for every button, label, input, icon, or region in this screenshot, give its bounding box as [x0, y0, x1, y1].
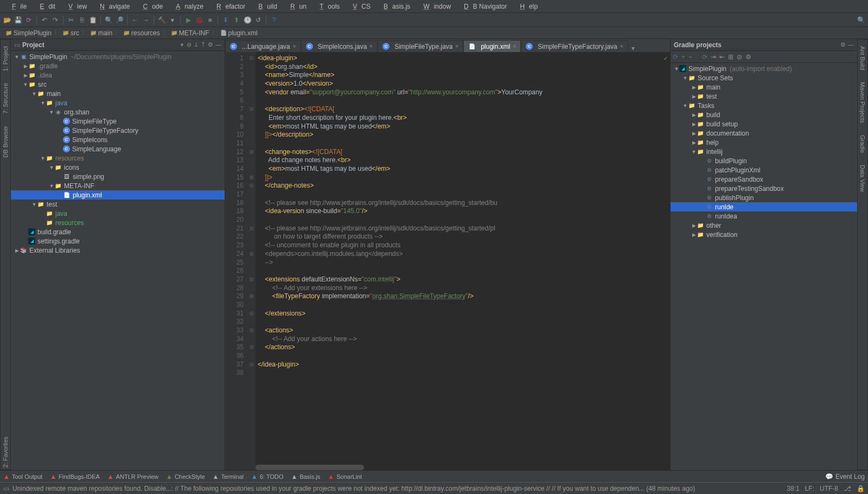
project-tree[interactable]: ▼▣SimplePlugin~/Documents/plugins/Simple…: [11, 51, 225, 470]
tree-item-settings-gradle[interactable]: ◢settings.gradle: [11, 236, 225, 246]
refresh-icon[interactable]: ⟳: [673, 53, 678, 61]
inspection-indicator-icon[interactable]: ✓: [663, 54, 668, 63]
code-editor[interactable]: 1234567891011121314151617181920212223242…: [225, 52, 670, 470]
tool-tool-output[interactable]: ▲Tool Output: [3, 473, 42, 480]
tool-antlr-preview[interactable]: ▲ANTLR Preview: [107, 473, 158, 480]
tree-item-simplelanguage[interactable]: CSimpleLanguage: [11, 144, 225, 153]
gradle-item-buildplugin[interactable]: ⚙buildPlugin: [671, 156, 857, 165]
lock-icon[interactable]: 🔒: [857, 485, 865, 492]
settings-icon[interactable]: ⚙: [840, 41, 846, 48]
menu-db-navigator[interactable]: DB Navigator: [455, 2, 511, 11]
hide-icon[interactable]: —: [848, 41, 854, 48]
structure-tool[interactable]: 7: Structure: [2, 81, 9, 116]
tool-sonarlint[interactable]: ▲SonarLint: [328, 473, 362, 480]
vcs-commit-icon[interactable]: ⬆: [232, 15, 241, 25]
gradle-item-preparesandbox[interactable]: ⚙prepareSandbox: [671, 175, 857, 184]
vcs-history-icon[interactable]: 🕐: [242, 15, 252, 25]
tree-item-org-shan[interactable]: ▼◉org.shan: [11, 107, 225, 117]
tab-simpleicons-java[interactable]: CSimpleIcons.java×: [301, 40, 378, 52]
tree-item-test[interactable]: ▼📁test: [11, 200, 225, 209]
data-view-tool[interactable]: Data View: [859, 163, 866, 194]
menu-build[interactable]: Build: [250, 2, 282, 11]
db-browser-tool[interactable]: DB Browser: [2, 124, 9, 160]
gradle-item-verification[interactable]: ▶📁verification: [671, 230, 857, 239]
run-config-icon[interactable]: ▾: [168, 15, 177, 25]
redo-icon[interactable]: ↷: [50, 15, 60, 25]
menu-refactor[interactable]: Refactor: [208, 2, 250, 11]
close-icon[interactable]: ×: [456, 43, 459, 49]
cut-icon[interactable]: ✂: [66, 15, 76, 25]
breadcrumb-resources[interactable]: 📁resources: [123, 29, 160, 37]
gradle-item-runide[interactable]: ⚙runIde: [671, 202, 857, 211]
tool-basis-js[interactable]: ▲Basis.js: [291, 473, 321, 480]
breadcrumb-main[interactable]: 📁main: [90, 29, 112, 37]
tree-item-icons[interactable]: ▼📁icons: [11, 163, 225, 172]
file-encoding[interactable]: UTF-8: [820, 485, 838, 492]
scroll-from-icon[interactable]: ⤒: [201, 41, 206, 48]
gradle-tool[interactable]: Gradle: [859, 133, 866, 155]
status-message[interactable]: Unindexed remote maven repositories foun…: [12, 485, 787, 492]
search-everywhere-icon[interactable]: 🔍: [856, 15, 866, 25]
close-icon[interactable]: ×: [293, 43, 296, 49]
menu-run[interactable]: Run: [282, 2, 311, 11]
favorites-tool[interactable]: 2: Favorites: [2, 434, 9, 470]
hide-icon[interactable]: —: [215, 41, 221, 48]
close-icon[interactable]: ×: [513, 43, 516, 49]
tree-item-simpleplugin[interactable]: ▼▣SimplePlugin~/Documents/plugins/Simple…: [11, 52, 225, 61]
show-deps-icon[interactable]: ⊞: [728, 53, 733, 61]
remove-icon[interactable]: −: [688, 53, 692, 61]
tree-item-src[interactable]: ▼📁src: [11, 80, 225, 89]
menu-vcs[interactable]: VCS: [344, 2, 375, 11]
breadcrumb-src[interactable]: 📁src: [62, 29, 79, 37]
menu-navigate[interactable]: Navigate: [91, 2, 134, 11]
tree-item-java[interactable]: ▼📁java: [11, 98, 225, 107]
offline-icon[interactable]: ⊘: [737, 53, 742, 61]
gradle-item-runidea[interactable]: ⚙runIdea: [671, 211, 857, 221]
tab--language-java[interactable]: C...Language.java×: [225, 40, 301, 52]
gradle-tree[interactable]: ▼◢SimplePlugin(auto-import enabled)▼📁Sou…: [671, 63, 857, 470]
run-icon[interactable]: ▶: [183, 15, 193, 25]
event-log[interactable]: 💬Event Log: [825, 473, 865, 480]
gradle-item-help[interactable]: ▶📁help: [671, 138, 857, 147]
scroll-to-icon[interactable]: ⤓: [194, 41, 199, 48]
ant-build-tool[interactable]: Ant Build: [859, 44, 866, 72]
dropdown-icon[interactable]: ▼: [180, 42, 184, 48]
replace-icon[interactable]: 🔎: [114, 15, 124, 25]
line-separator[interactable]: LF:: [805, 485, 814, 492]
copy-icon[interactable]: ⎘: [77, 15, 87, 25]
tool-6-todo[interactable]: ▲6: TODO: [251, 473, 284, 480]
menu-file[interactable]: File: [3, 2, 31, 11]
menu-edit[interactable]: Edit: [31, 2, 60, 11]
undo-icon[interactable]: ↶: [40, 15, 49, 25]
gradle-item-build[interactable]: ▶📁build: [671, 110, 857, 119]
add-icon[interactable]: +: [681, 53, 685, 61]
tree-item-simple-png[interactable]: 🖼simple.png: [11, 172, 225, 181]
build-icon[interactable]: 🔨: [157, 15, 167, 25]
tree-item-simplefiletypefactory[interactable]: CSimpleFileTypeFactory: [11, 126, 225, 135]
tree-item-external-libraries[interactable]: ▶📚External Libraries: [11, 246, 225, 255]
menu-code[interactable]: Code: [134, 2, 167, 11]
tree-item-main[interactable]: ▼📁main: [11, 89, 225, 98]
menu-help[interactable]: Help: [511, 2, 542, 11]
gradle-item-other[interactable]: ▶📁other: [671, 221, 857, 230]
menu-view[interactable]: View: [60, 2, 91, 11]
gradle-item-documentation[interactable]: ▶📁documentation: [671, 129, 857, 138]
back-icon[interactable]: ←: [130, 15, 140, 25]
horizontal-scrollbar[interactable]: [256, 465, 364, 470]
tab-plugin-xml[interactable]: 📄plugin.xml×: [463, 40, 521, 52]
settings-icon[interactable]: ⚙: [208, 41, 213, 48]
open-icon[interactable]: 📂: [2, 15, 12, 25]
fold-gutter[interactable]: ⊟⊟⊟⊞⊟⊟⊞⊟⊞⊟⊟⊟⊟: [248, 52, 256, 470]
gradle-item-publishplugin[interactable]: ⚙publishPlugin: [671, 193, 857, 202]
gradle-item-test[interactable]: ▶📁test: [671, 92, 857, 101]
help-icon[interactable]: ?: [269, 15, 279, 25]
execute-icon[interactable]: ⟳: [702, 53, 707, 61]
menu-basis-js[interactable]: Basis.js: [375, 2, 414, 11]
collapse-icon[interactable]: ⇤: [719, 53, 725, 61]
status-icon[interactable]: ▭: [3, 485, 9, 492]
expand-icon[interactable]: ⇥: [711, 53, 716, 61]
vcs-revert-icon[interactable]: ↺: [253, 15, 263, 25]
tab-simplefiletypefactory-java[interactable]: CSimpleFileTypeFactory.java×: [521, 40, 628, 52]
close-icon[interactable]: ×: [369, 43, 373, 49]
breadcrumb-plugin.xml[interactable]: 📄plugin.xml: [220, 29, 258, 37]
